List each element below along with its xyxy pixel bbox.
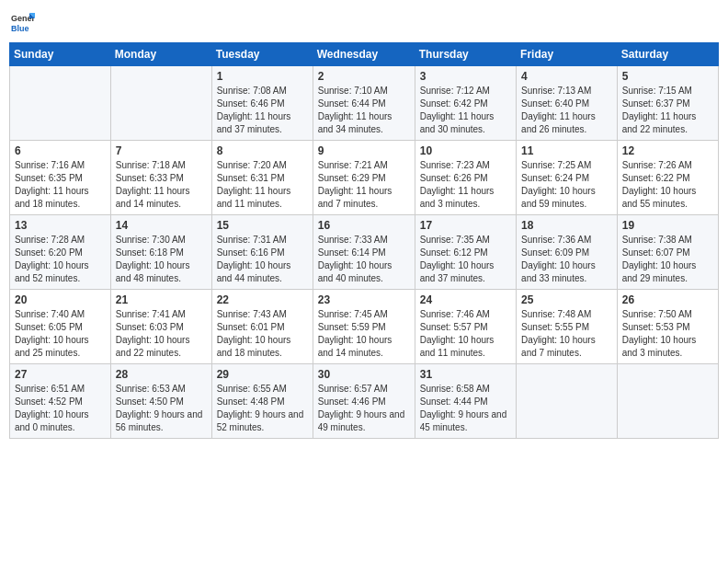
day-detail: Sunrise: 6:58 AMSunset: 4:44 PMDaylight:…	[420, 383, 511, 434]
day-detail: Sunrise: 7:23 AMSunset: 6:26 PMDaylight:…	[420, 159, 511, 211]
calendar-cell: 2Sunrise: 7:10 AMSunset: 6:44 PMDaylight…	[313, 66, 415, 141]
calendar-cell: 31Sunrise: 6:58 AMSunset: 4:44 PMDayligh…	[415, 364, 516, 439]
day-detail: Sunrise: 7:28 AMSunset: 6:20 PMDaylight:…	[15, 234, 106, 285]
day-detail: Sunrise: 7:33 AMSunset: 6:14 PMDaylight:…	[318, 234, 410, 285]
calendar-cell: 7Sunrise: 7:18 AMSunset: 6:33 PMDaylight…	[110, 141, 211, 215]
day-detail: Sunrise: 7:12 AMSunset: 6:42 PMDaylight:…	[420, 85, 511, 136]
calendar-cell: 19Sunrise: 7:38 AMSunset: 6:07 PMDayligh…	[617, 215, 718, 290]
svg-text:Blue: Blue	[11, 24, 29, 33]
day-detail: Sunrise: 6:51 AMSunset: 4:52 PMDaylight:…	[15, 383, 106, 434]
calendar-cell: 26Sunrise: 7:50 AMSunset: 5:53 PMDayligh…	[617, 290, 718, 364]
day-detail: Sunrise: 6:55 AMSunset: 4:48 PMDaylight:…	[217, 383, 308, 434]
calendar-cell: 28Sunrise: 6:53 AMSunset: 4:50 PMDayligh…	[110, 364, 211, 439]
calendar-cell: 29Sunrise: 6:55 AMSunset: 4:48 PMDayligh…	[211, 364, 313, 439]
day-detail: Sunrise: 7:46 AMSunset: 5:57 PMDaylight:…	[420, 308, 511, 360]
day-number: 28	[116, 368, 207, 381]
day-number: 25	[521, 293, 612, 306]
day-detail: Sunrise: 7:21 AMSunset: 6:29 PMDaylight:…	[318, 159, 410, 211]
calendar-cell: 20Sunrise: 7:40 AMSunset: 6:05 PMDayligh…	[10, 290, 111, 364]
day-detail: Sunrise: 7:13 AMSunset: 6:40 PMDaylight:…	[521, 85, 612, 136]
day-number: 7	[116, 144, 207, 157]
day-number: 30	[318, 368, 410, 381]
calendar-cell	[10, 66, 111, 141]
calendar-cell: 16Sunrise: 7:33 AMSunset: 6:14 PMDayligh…	[313, 215, 415, 290]
day-number: 26	[622, 293, 713, 306]
day-detail: Sunrise: 7:48 AMSunset: 5:55 PMDaylight:…	[521, 308, 612, 360]
day-detail: Sunrise: 7:15 AMSunset: 6:37 PMDaylight:…	[622, 85, 713, 136]
day-number: 17	[420, 219, 511, 232]
day-number: 22	[217, 293, 308, 306]
calendar-cell: 25Sunrise: 7:48 AMSunset: 5:55 PMDayligh…	[517, 290, 618, 364]
day-detail: Sunrise: 7:20 AMSunset: 6:31 PMDaylight:…	[217, 159, 308, 211]
calendar-cell: 1Sunrise: 7:08 AMSunset: 6:46 PMDaylight…	[211, 66, 313, 141]
calendar-cell: 5Sunrise: 7:15 AMSunset: 6:37 PMDaylight…	[617, 66, 718, 141]
logo-icon: General Blue	[9, 9, 35, 35]
weekday-header-saturday: Saturday	[617, 43, 718, 66]
day-number: 1	[217, 70, 308, 83]
day-detail: Sunrise: 7:08 AMSunset: 6:46 PMDaylight:…	[217, 85, 308, 136]
calendar-cell: 18Sunrise: 7:36 AMSunset: 6:09 PMDayligh…	[517, 215, 618, 290]
day-number: 14	[116, 219, 207, 232]
calendar-cell: 23Sunrise: 7:45 AMSunset: 5:59 PMDayligh…	[313, 290, 415, 364]
day-detail: Sunrise: 6:53 AMSunset: 4:50 PMDaylight:…	[116, 383, 207, 434]
day-number: 8	[217, 144, 308, 157]
logo: General Blue	[9, 9, 37, 35]
day-detail: Sunrise: 7:50 AMSunset: 5:53 PMDaylight:…	[622, 308, 713, 360]
day-number: 16	[318, 219, 410, 232]
day-number: 4	[521, 70, 612, 83]
day-number: 27	[15, 368, 106, 381]
calendar-cell: 10Sunrise: 7:23 AMSunset: 6:26 PMDayligh…	[415, 141, 516, 215]
calendar-table: SundayMondayTuesdayWednesdayThursdayFrid…	[9, 42, 719, 439]
weekday-header-friday: Friday	[517, 43, 618, 66]
day-number: 15	[217, 219, 308, 232]
day-detail: Sunrise: 7:43 AMSunset: 6:01 PMDaylight:…	[217, 308, 308, 360]
day-detail: Sunrise: 7:35 AMSunset: 6:12 PMDaylight:…	[420, 234, 511, 285]
day-number: 9	[318, 144, 410, 157]
day-detail: Sunrise: 7:38 AMSunset: 6:07 PMDaylight:…	[622, 234, 713, 285]
day-number: 31	[420, 368, 511, 381]
day-detail: Sunrise: 7:16 AMSunset: 6:35 PMDaylight:…	[15, 159, 106, 211]
calendar-cell: 30Sunrise: 6:57 AMSunset: 4:46 PMDayligh…	[313, 364, 415, 439]
day-detail: Sunrise: 7:31 AMSunset: 6:16 PMDaylight:…	[217, 234, 308, 285]
day-detail: Sunrise: 7:25 AMSunset: 6:24 PMDaylight:…	[521, 159, 612, 211]
day-number: 24	[420, 293, 511, 306]
day-detail: Sunrise: 7:30 AMSunset: 6:18 PMDaylight:…	[116, 234, 207, 285]
calendar-cell: 12Sunrise: 7:26 AMSunset: 6:22 PMDayligh…	[617, 141, 718, 215]
day-detail: Sunrise: 7:45 AMSunset: 5:59 PMDaylight:…	[318, 308, 410, 360]
calendar-cell: 27Sunrise: 6:51 AMSunset: 4:52 PMDayligh…	[10, 364, 111, 439]
day-detail: Sunrise: 7:26 AMSunset: 6:22 PMDaylight:…	[622, 159, 713, 211]
day-detail: Sunrise: 7:36 AMSunset: 6:09 PMDaylight:…	[521, 234, 612, 285]
calendar-cell: 21Sunrise: 7:41 AMSunset: 6:03 PMDayligh…	[110, 290, 211, 364]
day-number: 18	[521, 219, 612, 232]
calendar-cell: 17Sunrise: 7:35 AMSunset: 6:12 PMDayligh…	[415, 215, 516, 290]
day-detail: Sunrise: 7:10 AMSunset: 6:44 PMDaylight:…	[318, 85, 410, 136]
day-number: 23	[318, 293, 410, 306]
day-number: 19	[622, 219, 713, 232]
day-detail: Sunrise: 7:40 AMSunset: 6:05 PMDaylight:…	[15, 308, 106, 360]
calendar-cell: 11Sunrise: 7:25 AMSunset: 6:24 PMDayligh…	[517, 141, 618, 215]
weekday-header-tuesday: Tuesday	[211, 43, 313, 66]
calendar-cell	[517, 364, 618, 439]
day-number: 12	[622, 144, 713, 157]
calendar-cell: 6Sunrise: 7:16 AMSunset: 6:35 PMDaylight…	[10, 141, 111, 215]
calendar-cell	[617, 364, 718, 439]
page-header: General Blue	[9, 9, 719, 35]
day-number: 13	[15, 219, 106, 232]
weekday-header-thursday: Thursday	[415, 43, 516, 66]
calendar-cell: 15Sunrise: 7:31 AMSunset: 6:16 PMDayligh…	[211, 215, 313, 290]
calendar-cell	[110, 66, 211, 141]
calendar-cell: 9Sunrise: 7:21 AMSunset: 6:29 PMDaylight…	[313, 141, 415, 215]
day-number: 29	[217, 368, 308, 381]
day-detail: Sunrise: 7:41 AMSunset: 6:03 PMDaylight:…	[116, 308, 207, 360]
weekday-header-wednesday: Wednesday	[313, 43, 415, 66]
calendar-cell: 13Sunrise: 7:28 AMSunset: 6:20 PMDayligh…	[10, 215, 111, 290]
calendar-cell: 4Sunrise: 7:13 AMSunset: 6:40 PMDaylight…	[517, 66, 618, 141]
day-number: 6	[15, 144, 106, 157]
weekday-header-monday: Monday	[110, 43, 211, 66]
calendar-cell: 22Sunrise: 7:43 AMSunset: 6:01 PMDayligh…	[211, 290, 313, 364]
calendar-cell: 8Sunrise: 7:20 AMSunset: 6:31 PMDaylight…	[211, 141, 313, 215]
day-number: 10	[420, 144, 511, 157]
calendar-cell: 3Sunrise: 7:12 AMSunset: 6:42 PMDaylight…	[415, 66, 516, 141]
day-number: 21	[116, 293, 207, 306]
day-number: 2	[318, 70, 410, 83]
